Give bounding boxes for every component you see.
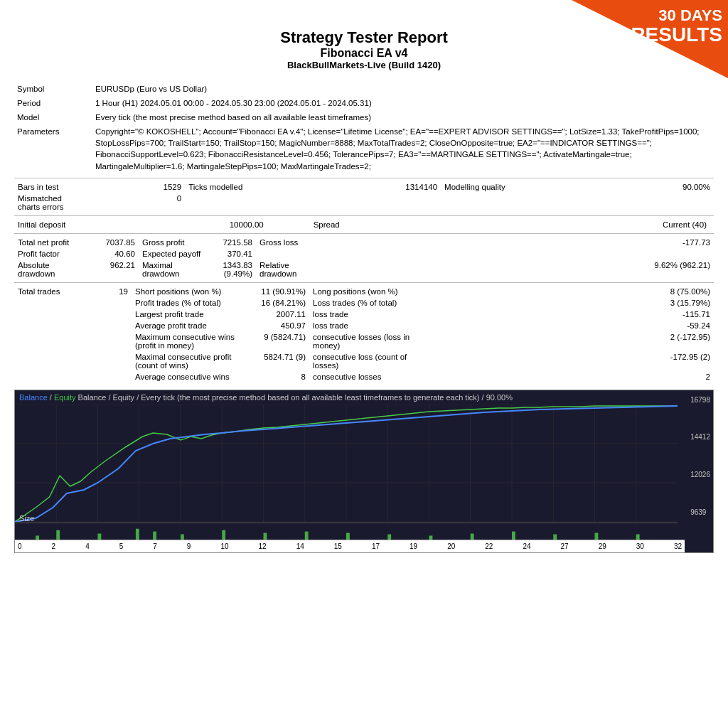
spread-label: Spread	[310, 219, 452, 230]
period-row: Period 1 Hour (H1) 2024.05.01 00:00 - 20…	[14, 96, 714, 110]
model-row: Model Every tick (the most precise metho…	[14, 110, 714, 124]
deposit-table: Initial deposit 10000.00 Spread Current …	[14, 219, 714, 230]
period-value: 1 Hour (H1) 2024.05.01 00:00 - 2024.05.3…	[92, 96, 714, 110]
abs-drawdown-label: Absolute drawdown	[14, 259, 92, 279]
info-table: Symbol EURUSDp (Euro vs US Dollar) Perio…	[14, 82, 714, 173]
drawdown-row: Absolute drawdown 962.21 Maximal drawdow…	[14, 259, 714, 279]
max-consec-wins-value: 9 (5824.71)	[252, 331, 309, 351]
y-label-3: 12026	[690, 471, 710, 478]
banner: 30 DAYS RESULTS	[572, 0, 728, 78]
gross-loss-value: -177.73	[327, 237, 714, 248]
x-12: 12	[259, 542, 267, 550]
x-7: 7	[153, 542, 157, 550]
deposit-label: Initial deposit	[14, 219, 92, 230]
maximal-consec-profit-value: 5824.71 (9)	[252, 351, 309, 371]
x-27: 27	[561, 542, 569, 550]
maximal-consec-row: Maximal consecutive profit (count of win…	[14, 351, 714, 371]
modelling-label: Modelling quality	[441, 181, 614, 193]
banner-results: RESULTS	[631, 24, 722, 46]
profit-trades-value: 16 (84.21%)	[252, 297, 309, 309]
total-trades-row: Total trades 19 Short positions (won %) …	[14, 286, 714, 297]
x-32: 32	[674, 542, 682, 550]
deposit-value: 10000.00	[92, 219, 267, 230]
divider-2	[14, 215, 714, 216]
banner-days: 30 DAYS	[631, 7, 722, 24]
avg-consec-wins-value: 8	[252, 371, 309, 382]
divider-4	[14, 282, 714, 283]
profit-trades-row: Profit trades (% of total) 16 (84.21%) L…	[14, 297, 714, 309]
avg-loss-label: loss trade	[309, 320, 430, 331]
symbol-value: EURUSDp (Euro vs US Dollar)	[92, 82, 714, 96]
mismatched-row: Mismatched charts errors 0	[14, 193, 714, 213]
net-profit-row: Total net profit 7037.85 Gross profit 72…	[14, 237, 714, 248]
loss-trades-value: 3 (15.79%)	[430, 297, 714, 309]
max-drawdown-value: 1343.83 (9.49%)	[210, 259, 256, 279]
avg-consec-wins-label: Average consecutive wins	[132, 371, 252, 382]
max-consec-row: Maximum consecutive wins (profit in mone…	[14, 331, 714, 351]
ticks-label: Ticks modelled	[185, 181, 341, 193]
chart-container: Balance / Equity Balance / Equity / Ever…	[14, 390, 714, 553]
avg-consec-losses-label: consecutive losses	[309, 371, 430, 382]
expected-payoff-label: Expected payoff	[139, 248, 210, 259]
y-label-1: 16798	[690, 396, 710, 404]
page-wrapper: 30 DAYS RESULTS Strategy Tester Report F…	[0, 0, 728, 728]
x-19: 19	[410, 542, 417, 550]
long-label: Long positions (won %)	[309, 286, 430, 297]
mismatched-value: 0	[85, 193, 185, 213]
symbol-row: Symbol EURUSDp (Euro vs US Dollar)	[14, 82, 714, 96]
maximal-consec-loss-label: consecutive loss (count of losses)	[309, 351, 430, 371]
max-consec-losses-value: 2 (-172.95)	[430, 331, 714, 351]
net-profit-label: Total net profit	[14, 237, 92, 248]
spread-value: Current (40)	[482, 219, 714, 230]
x-4: 4	[85, 542, 90, 550]
parameters-value: Copyright="© KOKOSHELL"; Account="Fibona…	[92, 124, 714, 173]
x-17: 17	[372, 542, 380, 550]
largest-profit-label: Largest profit trade	[132, 309, 252, 320]
largest-row: Largest profit trade 2007.11 loss trade …	[14, 309, 714, 320]
avg-consec-losses-value: 2	[430, 371, 714, 382]
chart-x-axis: 0 2 4 5 7 9 10 12 14 15 17 19 20 22 24 2…	[15, 540, 685, 552]
short-value: 11 (90.91%)	[252, 286, 309, 297]
chart-legend: Balance / Equity Balance / Equity / Ever…	[19, 393, 513, 402]
symbol-label: Symbol	[14, 82, 92, 96]
maximal-consec-profit-label: Maximal consecutive profit (count of win…	[132, 351, 252, 371]
x-5: 5	[119, 542, 124, 550]
average-row: Average profit trade 450.97 loss trade -…	[14, 320, 714, 331]
period-label: Period	[14, 96, 92, 110]
abs-drawdown-value: 962.21	[92, 259, 139, 279]
divider-3	[14, 233, 714, 234]
avg-consec-row: Average consecutive wins 8 consecutive l…	[14, 371, 714, 382]
bars-row: Bars in test 1529 Ticks modelled 1314140…	[14, 181, 714, 193]
rel-drawdown-label: Relative drawdown	[256, 259, 327, 279]
model-value: Every tick (the most precise method base…	[92, 110, 714, 124]
x-9: 9	[187, 542, 191, 550]
balance-label: Balance	[19, 393, 48, 402]
x-20: 20	[447, 542, 455, 550]
short-label: Short positions (won %)	[132, 286, 252, 297]
x-10: 10	[220, 542, 228, 550]
gross-profit-value: 7215.58	[210, 237, 256, 248]
gross-profit-label: Gross profit	[139, 237, 210, 248]
equity-label: Equity	[54, 393, 76, 402]
expected-payoff-value: 370.41	[210, 248, 256, 259]
avg-profit-label: Average profit trade	[132, 320, 252, 331]
y-label-4: 9639	[690, 508, 710, 516]
max-consec-wins-label: Maximum consecutive wins (profit in mone…	[132, 331, 252, 351]
chart-legend-text: Balance / Equity / Every tick (the most …	[78, 393, 513, 402]
chart-y-axis: 16798 14412 12026 9639	[689, 390, 712, 522]
size-label: Size	[19, 514, 34, 523]
x-24: 24	[523, 542, 530, 550]
x-15: 15	[334, 542, 342, 550]
profit-table: Total net profit 7037.85 Gross profit 72…	[14, 237, 714, 279]
largest-loss-value: -115.71	[430, 309, 714, 320]
max-drawdown-label: Maximal drawdown	[139, 259, 210, 279]
parameters-label: Parameters	[14, 124, 92, 173]
model-label: Model	[14, 110, 92, 124]
deposit-row: Initial deposit 10000.00 Spread Current …	[14, 219, 714, 230]
bars-value: 1529	[85, 181, 185, 193]
avg-loss-value: -59.24	[430, 320, 714, 331]
net-profit-value: 7037.85	[92, 237, 139, 248]
y-label-2: 14412	[690, 433, 710, 441]
maximal-consec-loss-value: -172.95 (2)	[430, 351, 714, 371]
x-labels: 0 2 4 5 7 9 10 12 14 15 17 19 20 22 24 2…	[15, 542, 685, 550]
